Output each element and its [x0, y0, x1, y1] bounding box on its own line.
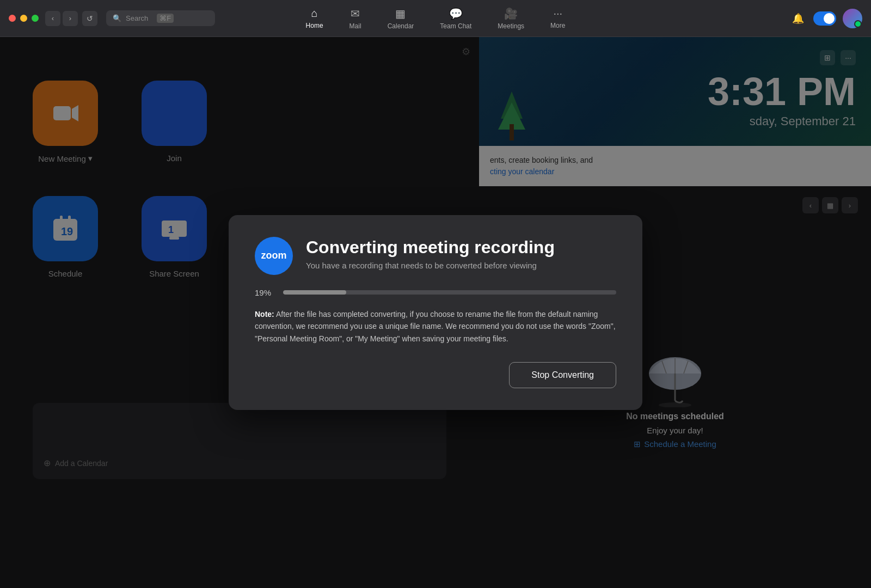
avatar[interactable] — [843, 9, 862, 28]
back-button[interactable]: ‹ — [45, 11, 60, 26]
tab-mail-label: Mail — [349, 22, 361, 30]
video-icon: 🎥 — [504, 7, 518, 20]
calendar-icon: ▦ — [395, 7, 406, 20]
note-text: After the file has completed converting,… — [255, 310, 616, 343]
progress-track — [283, 290, 616, 295]
history-button[interactable]: ↺ — [82, 11, 97, 26]
progress-percentage: 19% — [255, 288, 274, 297]
zoom-logo: zoom — [255, 237, 293, 275]
nav-tabs: ⌂ Home ✉ Mail ▦ Calendar 💬 Team Chat 🎥 M… — [293, 3, 579, 34]
close-button[interactable] — [9, 15, 16, 22]
tab-more-label: More — [550, 22, 565, 29]
traffic-lights — [9, 15, 39, 22]
home-icon: ⌂ — [311, 7, 318, 20]
more-icon: ··· — [553, 7, 562, 20]
stop-converting-button[interactable]: Stop Converting — [509, 362, 616, 388]
converting-modal: zoom Converting meeting recording You ha… — [229, 215, 642, 410]
tab-mail[interactable]: ✉ Mail — [336, 3, 375, 34]
tab-calendar-label: Calendar — [388, 22, 414, 30]
mail-icon: ✉ — [351, 7, 360, 20]
modal-overlay: zoom Converting meeting recording You ha… — [0, 37, 871, 588]
tab-meetings-label: Meetings — [498, 22, 524, 30]
progress-section: 19% — [255, 288, 616, 297]
tab-more[interactable]: ··· More — [537, 3, 578, 34]
tab-home[interactable]: ⌂ Home — [293, 3, 336, 34]
modal-title: Converting meeting recording — [306, 237, 555, 258]
minimize-button[interactable] — [20, 15, 27, 22]
search-bar[interactable]: 🔍 Search ⌘F — [106, 10, 215, 26]
modal-note: Note: After the file has completed conve… — [255, 308, 616, 345]
search-icon: 🔍 — [113, 14, 121, 22]
modal-header: zoom Converting meeting recording You ha… — [255, 237, 616, 275]
right-controls: 🔔 — [789, 9, 862, 28]
modal-title-area: Converting meeting recording You have a … — [306, 237, 555, 270]
progress-fill — [283, 290, 346, 295]
tab-home-label: Home — [306, 22, 323, 29]
theme-toggle[interactable] — [813, 11, 836, 26]
chat-icon: 💬 — [449, 7, 463, 20]
tab-meetings[interactable]: 🎥 Meetings — [484, 3, 537, 34]
tab-team-chat-label: Team Chat — [440, 22, 471, 30]
tab-team-chat[interactable]: 💬 Team Chat — [427, 3, 484, 34]
search-shortcut: ⌘F — [157, 14, 174, 23]
modal-subtitle: You have a recording that needs to be co… — [306, 261, 555, 270]
nav-arrows: ‹ › — [45, 11, 78, 26]
notification-button[interactable]: 🔔 — [789, 10, 807, 27]
tab-calendar[interactable]: ▦ Calendar — [375, 3, 427, 34]
forward-button[interactable]: › — [63, 11, 78, 26]
titlebar: ‹ › ↺ 🔍 Search ⌘F ⌂ Home ✉ Mail ▦ Calend… — [0, 0, 871, 37]
note-bold: Note: — [255, 310, 274, 318]
search-label: Search — [126, 14, 148, 22]
modal-actions: Stop Converting — [255, 362, 616, 388]
progress-row: 19% — [255, 288, 616, 297]
maximize-button[interactable] — [32, 15, 39, 22]
